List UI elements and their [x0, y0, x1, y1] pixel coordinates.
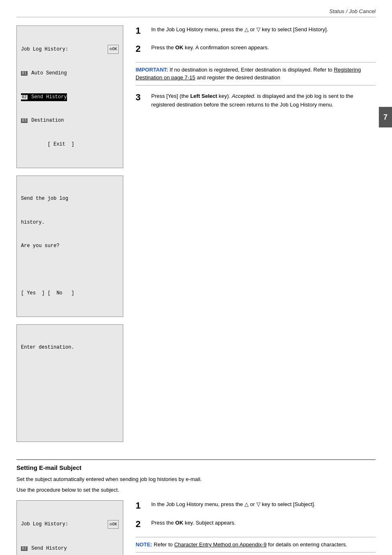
- lcd1-line4: [ Exit ]: [21, 141, 119, 148]
- note-link: Character Entry Method on Appendix-9: [174, 541, 267, 548]
- step-2-text: Press the OK key. A confirmation screen …: [151, 44, 376, 52]
- lcd-screen-3: Enter destination.: [16, 324, 123, 442]
- setting-step-2: 2 Press the OK key. Subject appears.: [136, 519, 376, 530]
- bottom-section: Job Log History: ◇OK 02 Send History 03 …: [16, 500, 376, 555]
- lcd3-blank2: [21, 391, 119, 399]
- step-3-text: Press [Yes] (the Left Select key). Accep…: [151, 92, 376, 109]
- lcd-screen-4: Job Log History: ◇OK 02 Send History 03 …: [16, 500, 123, 555]
- lcd3-line1: Enter destination.: [21, 344, 119, 352]
- lcd2-line1: Send the job log: [21, 195, 119, 203]
- lcd1-title: Job Log History:: [21, 46, 68, 53]
- lcd1-line1: 01 Auto Sending: [21, 69, 119, 77]
- important-text: IMPORTANT: If no destination is register…: [136, 66, 376, 82]
- step-3-number: 3: [136, 92, 148, 103]
- lcd2-line5: [ Yes ] [ No ]: [21, 289, 119, 297]
- chapter-tab: 7: [379, 107, 392, 127]
- setting-step-2-number: 2: [136, 519, 148, 530]
- step-1-text: In the Job Log History menu, press the △…: [151, 25, 376, 34]
- step-2-number: 2: [136, 44, 148, 54]
- lcd4-ok: ◇OK: [108, 520, 119, 529]
- page-container: Status / Job Cancel 7 Job Log History: ◇…: [0, 0, 392, 555]
- lcd2-line3: Are you sure?: [21, 242, 119, 250]
- lcd-screen-2: Send the job log history. Are you sure? …: [16, 176, 123, 317]
- important-link: Registering Destination on page 7-15: [136, 67, 361, 81]
- lcd4-title: Job Log History:: [21, 520, 68, 528]
- lcd3-blank: [21, 368, 119, 375]
- step-1-number: 1: [136, 25, 148, 36]
- bottom-right-col: 1 In the Job Log History menu, press the…: [131, 500, 376, 555]
- lcd-screen-1: Job Log History: ◇OK 01 Auto Sending 02 …: [16, 25, 123, 168]
- lcd3-blank3: [21, 415, 119, 423]
- setting-step-1-text: In the Job Log History menu, press the △…: [151, 500, 376, 509]
- note-label: NOTE:: [136, 541, 152, 548]
- lcd2-line4: [21, 266, 119, 274]
- lcd1-line3: 03 Destination: [21, 117, 119, 125]
- section-heading: Setting E-mail Subject: [16, 459, 376, 471]
- lcd2-line2: history.: [21, 219, 119, 227]
- top-section: Job Log History: ◇OK 01 Auto Sending 02 …: [16, 25, 376, 449]
- lcd1-ok: ◇OK: [108, 45, 119, 54]
- note-text: NOTE: Refer to Character Entry Method on…: [136, 541, 376, 549]
- top-left-col: Job Log History: ◇OK 01 Auto Sending 02 …: [16, 25, 131, 449]
- setting-step-1-number: 1: [136, 500, 148, 511]
- section-desc1: Set the subject automatically entered wh…: [16, 475, 376, 483]
- step-2: 2 Press the OK key. A confirmation scree…: [136, 44, 376, 54]
- lcd1-line2-highlight: 02 Send History: [21, 93, 119, 101]
- important-label: IMPORTANT:: [136, 67, 168, 73]
- section-desc2: Use the procedure below to set the subje…: [16, 486, 376, 494]
- important-box: IMPORTANT: If no destination is register…: [136, 62, 376, 86]
- step-3: 3 Press [Yes] (the Left Select key). Acc…: [136, 92, 376, 109]
- lcd4-line1: 02 Send History: [21, 545, 119, 553]
- page-header: Status / Job Cancel: [16, 8, 376, 17]
- top-right-col: 1 In the Job Log History menu, press the…: [131, 25, 376, 449]
- setting-step-2-text: Press the OK key. Subject appears.: [151, 519, 376, 527]
- setting-step-1: 1 In the Job Log History menu, press the…: [136, 500, 376, 511]
- header-title: Status / Job Cancel: [329, 8, 376, 14]
- note-box: NOTE: Refer to Character Entry Method on…: [136, 537, 376, 553]
- bottom-left-col: Job Log History: ◇OK 02 Send History 03 …: [16, 500, 131, 555]
- step-1: 1 In the Job Log History menu, press the…: [136, 25, 376, 36]
